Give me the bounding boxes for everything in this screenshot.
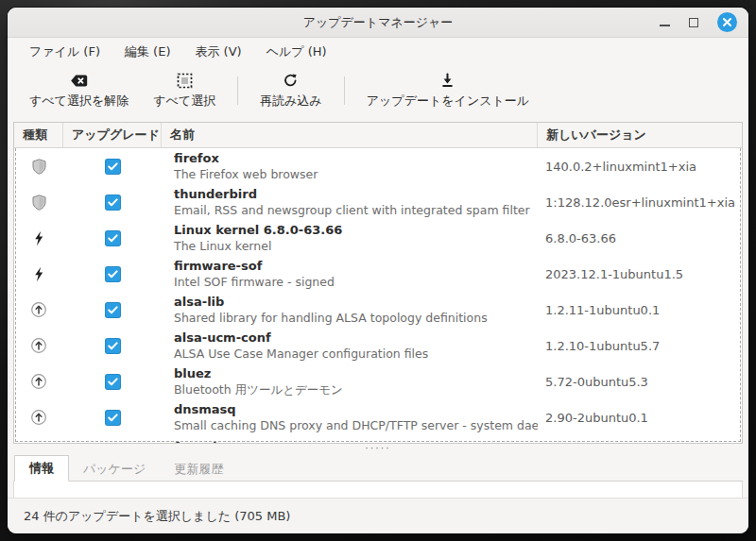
table-row[interactable]: dnsmasq Small caching DNS proxy and DHCP… xyxy=(14,399,742,435)
package-version: 5.72-0ubuntu5.3 xyxy=(538,363,742,399)
update-manager-window: アップデートマネージャー ファイル (F) 編集 (E) 表示 (V) ヘルプ … xyxy=(8,8,748,533)
menubar: ファイル (F) 編集 (E) 表示 (V) ヘルプ (H) xyxy=(8,38,748,66)
select-all-label: すべて選択 xyxy=(153,93,215,110)
table-row[interactable]: alsa-lib Shared library for handling ALS… xyxy=(14,292,742,328)
clear-selection-icon xyxy=(70,73,89,90)
tab-information[interactable]: 情報 xyxy=(14,455,69,482)
column-header-upgrade[interactable]: アップグレード xyxy=(63,123,162,147)
select-all-button[interactable]: すべて選択 xyxy=(141,68,228,114)
titlebar[interactable]: アップデートマネージャー xyxy=(8,8,748,38)
menu-help[interactable]: ヘルプ (H) xyxy=(258,41,335,63)
pane-handle-dots-icon: ····· xyxy=(365,446,390,451)
refresh-icon xyxy=(283,73,299,90)
package-name: fwupd xyxy=(174,439,538,443)
tab-content-panel xyxy=(13,482,743,498)
package-description: Shared library for handling ALSA topolog… xyxy=(174,310,538,326)
statusbar: 24 件のアップデートを選択しました (705 MB) xyxy=(8,498,748,533)
menu-view[interactable]: 表示 (V) xyxy=(186,41,249,63)
tab-update-history[interactable]: 更新履歴 xyxy=(160,457,237,482)
updates-table: 種類 アップグレード 名前 新しいバージョン firefox The Firef… xyxy=(13,122,743,444)
upgrade-checkbox[interactable] xyxy=(105,159,121,175)
install-updates-label: アップデートをインストール xyxy=(367,93,529,110)
table-row[interactable]: firefox The Firefox web browser 140.0.2+… xyxy=(14,148,742,184)
refresh-label: 再読み込み xyxy=(260,93,322,110)
clear-selection-label: すべて選択を解除 xyxy=(29,93,129,110)
upgrade-checkbox[interactable] xyxy=(105,266,121,282)
package-description: Intel SOF firmware - signed xyxy=(174,274,538,290)
package-name: dnsmasq xyxy=(174,401,538,417)
table-row[interactable]: thunderbird Email, RSS and newsgroup cli… xyxy=(14,184,742,220)
package-version: 1.2.10-1ubuntu5.7 xyxy=(538,328,742,363)
package-name: bluez xyxy=(174,365,538,381)
table-row[interactable]: bluez Bluetooth 用ツールとデーモン 5.72-0ubuntu5.… xyxy=(14,363,742,399)
maximize-button[interactable] xyxy=(689,18,698,27)
details-notebook: 情報 パッケージ 更新履歴 xyxy=(13,454,743,498)
menu-edit[interactable]: 編集 (E) xyxy=(116,41,180,63)
table-row[interactable]: Linux kernel 6.8.0-63.66 The Linux kerne… xyxy=(14,220,742,256)
kernel-bolt-icon xyxy=(33,230,44,246)
toolbar-separator xyxy=(344,76,345,105)
table-header-row: 種類 アップグレード 名前 新しいバージョン xyxy=(14,123,742,148)
column-header-type[interactable]: 種類 xyxy=(14,123,63,147)
package-upgrade-icon xyxy=(30,373,47,390)
window-controls xyxy=(660,8,737,37)
install-icon xyxy=(439,73,455,90)
package-name: firefox xyxy=(174,150,538,166)
upgrade-checkbox[interactable] xyxy=(105,338,121,354)
package-description: ALSA Use Case Manager configuration file… xyxy=(174,346,538,362)
pane-resize-handle[interactable]: ····· xyxy=(8,444,748,454)
package-version: 140.0.2+linuxmint1+xia xyxy=(538,148,742,184)
package-upgrade-icon xyxy=(30,409,47,426)
package-version: 2023.12.1-1ubuntu1.5 xyxy=(538,256,742,292)
package-version: 6.8.0-63.66 xyxy=(538,220,742,256)
package-version: 1:128.12.0esr+linuxmint1+xia xyxy=(538,184,742,220)
upgrade-checkbox[interactable] xyxy=(105,410,121,426)
package-name: Linux kernel 6.8.0-63.66 xyxy=(174,222,538,238)
package-version: 2.90-2ubuntu0.1 xyxy=(538,399,742,435)
package-description: Email, RSS and newsgroup client with int… xyxy=(174,202,538,218)
table-body: firefox The Firefox web browser 140.0.2+… xyxy=(14,148,742,443)
package-description: Bluetooth 用ツールとデーモン xyxy=(174,381,538,397)
toolbar: すべて選択を解除 すべて選択 再読み込み xyxy=(8,66,748,115)
package-name: alsa-ucm-conf xyxy=(174,330,538,346)
column-header-name[interactable]: 名前 xyxy=(162,123,538,147)
table-row-partial[interactable]: fwupd xyxy=(14,435,742,443)
tab-strip: 情報 パッケージ 更新履歴 xyxy=(13,454,743,482)
table-row[interactable]: firmware-sof Intel SOF firmware - signed… xyxy=(14,256,742,292)
kernel-bolt-icon xyxy=(33,266,44,282)
select-all-icon xyxy=(177,73,193,90)
menu-file[interactable]: ファイル (F) xyxy=(21,41,109,63)
upgrade-checkbox[interactable] xyxy=(105,302,121,318)
package-name: thunderbird xyxy=(174,186,538,202)
clear-selection-button[interactable]: すべて選択を解除 xyxy=(17,68,141,114)
package-description: The Firefox web browser xyxy=(174,166,538,182)
package-upgrade-icon xyxy=(30,337,47,354)
install-updates-button[interactable]: アップデートをインストール xyxy=(354,68,541,114)
window-title: アップデートマネージャー xyxy=(303,14,454,31)
package-version: 1.2.11-1ubuntu0.1 xyxy=(538,292,742,328)
tab-packages[interactable]: パッケージ xyxy=(69,457,160,482)
upgrade-checkbox[interactable] xyxy=(105,230,121,246)
table-row[interactable]: alsa-ucm-conf ALSA Use Case Manager conf… xyxy=(14,328,742,363)
package-description: Small caching DNS proxy and DHCP/TFTP se… xyxy=(174,417,538,433)
toolbar-separator xyxy=(237,76,238,105)
package-upgrade-icon xyxy=(30,301,47,318)
refresh-button[interactable]: 再読み込み xyxy=(248,68,335,114)
upgrade-checkbox[interactable] xyxy=(105,194,121,211)
package-description: The Linux kernel xyxy=(174,238,538,254)
upgrade-checkbox[interactable] xyxy=(105,374,121,390)
security-shield-icon xyxy=(32,194,46,211)
status-text: 24 件のアップデートを選択しました (705 MB) xyxy=(24,508,290,525)
package-name: firmware-sof xyxy=(174,258,538,274)
security-shield-icon xyxy=(32,159,46,175)
package-name: alsa-lib xyxy=(174,294,538,310)
close-icon xyxy=(722,17,732,27)
close-button[interactable] xyxy=(717,12,737,32)
minimize-button[interactable] xyxy=(660,25,670,26)
column-header-new-version[interactable]: 新しいバージョン xyxy=(538,123,742,147)
